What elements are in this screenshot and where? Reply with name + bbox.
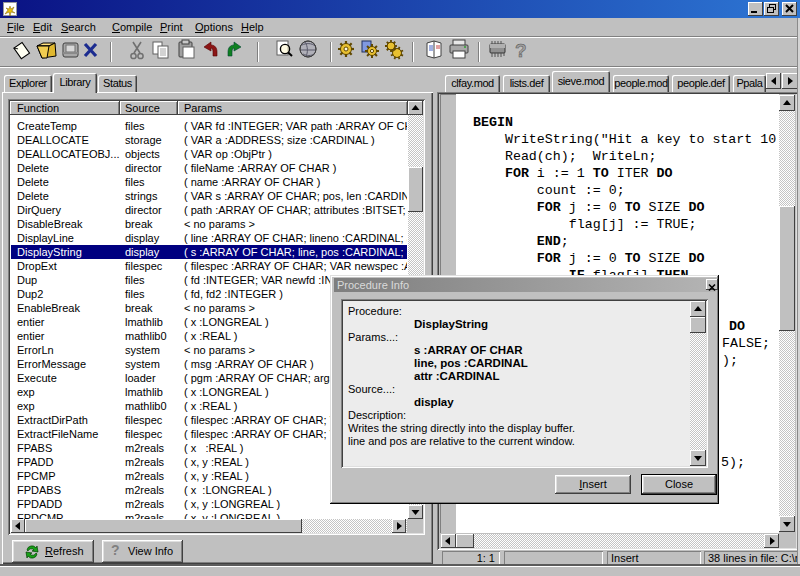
svg-text:?: ? xyxy=(515,40,527,61)
